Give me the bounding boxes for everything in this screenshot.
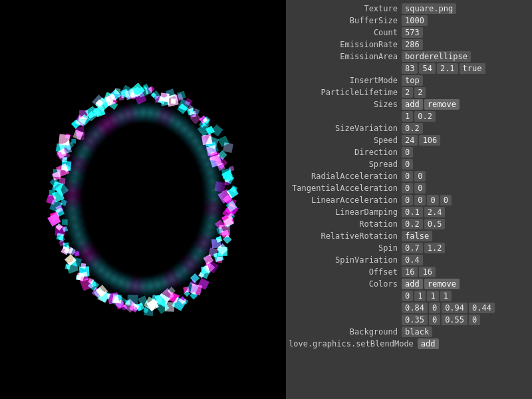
prop-values: 0.12.4: [402, 207, 445, 217]
value-box[interactable]: add: [402, 279, 423, 289]
value-box[interactable]: 2.1: [437, 63, 458, 74]
value-box[interactable]: 0.1: [402, 207, 423, 217]
prop-label: Rotation: [289, 219, 402, 229]
value-box[interactable]: 286: [402, 39, 423, 50]
value-box[interactable]: 1: [402, 111, 413, 122]
prop-values: 0111: [402, 291, 452, 301]
value-box[interactable]: 0: [402, 159, 413, 170]
value-box[interactable]: 0: [402, 147, 413, 158]
value-box[interactable]: 106: [419, 135, 440, 146]
prop-row: 0.8400.940.44: [286, 302, 532, 314]
value-box[interactable]: 0: [414, 183, 426, 194]
value-box[interactable]: 2.4: [424, 207, 446, 217]
value-box[interactable]: true: [460, 63, 485, 74]
value-box[interactable]: 0.2: [414, 111, 436, 122]
value-box[interactable]: 24: [402, 135, 418, 146]
prop-row: 0.3500.550: [286, 314, 532, 326]
value-box[interactable]: black: [402, 327, 432, 337]
value-box[interactable]: square.png: [402, 3, 456, 14]
value-box[interactable]: 0: [402, 171, 413, 182]
prop-label: Spread: [289, 159, 402, 170]
value-box[interactable]: 0.2: [402, 219, 423, 229]
prop-label: Spin: [289, 243, 402, 253]
prop-row: RelativeRotationfalse: [286, 230, 532, 242]
props-panel: Texturesquare.pngBufferSize1000Count573E…: [286, 0, 532, 399]
value-box[interactable]: 83: [402, 63, 418, 74]
prop-values: black: [402, 327, 432, 337]
value-box[interactable]: 0.84: [402, 303, 428, 313]
prop-values: addremove: [402, 279, 460, 289]
value-box[interactable]: 1.2: [424, 243, 446, 253]
value-box[interactable]: 0.5: [424, 219, 446, 229]
prop-values: 0: [402, 159, 413, 170]
value-box[interactable]: 0.7: [402, 243, 423, 253]
value-box[interactable]: 0: [402, 183, 413, 194]
value-box[interactable]: remove: [424, 279, 460, 289]
prop-values: 00: [402, 183, 426, 194]
prop-row: LinearDamping0.12.4: [286, 206, 532, 218]
value-box[interactable]: 0: [429, 303, 440, 313]
value-box[interactable]: 54: [419, 63, 435, 74]
prop-row: love.graphics.setBlendModeadd: [286, 338, 532, 350]
value-box[interactable]: 16: [419, 267, 435, 277]
value-box[interactable]: add: [418, 338, 439, 349]
value-box[interactable]: 0.55: [442, 315, 467, 325]
prop-values: top: [402, 75, 423, 86]
prop-row: Colorsaddremove: [286, 278, 532, 290]
value-box[interactable]: 1: [414, 291, 426, 301]
value-box[interactable]: 0: [469, 315, 480, 325]
value-box[interactable]: 16: [402, 267, 418, 277]
value-box[interactable]: top: [402, 75, 423, 86]
prop-row: BufferSize1000: [286, 15, 532, 27]
value-box[interactable]: 0.44: [469, 303, 495, 313]
value-box[interactable]: borderellipse: [402, 51, 471, 62]
prop-values: 286: [402, 39, 423, 50]
prop-row: 0111: [286, 290, 532, 302]
value-box[interactable]: 0.94: [442, 303, 467, 313]
value-box[interactable]: 0: [402, 195, 413, 205]
prop-values: square.png: [402, 3, 456, 14]
prop-values: 0.4: [402, 255, 423, 265]
prop-values: 10.2: [402, 111, 436, 122]
prop-label: EmissionRate: [289, 39, 402, 50]
value-box[interactable]: 0.4: [402, 255, 423, 265]
prop-label: ParticleLifetime: [289, 87, 402, 98]
value-box[interactable]: 0: [414, 171, 426, 182]
prop-values: 0.71.2: [402, 243, 445, 253]
value-box[interactable]: remove: [424, 99, 460, 110]
value-box[interactable]: 2: [414, 87, 426, 98]
prop-label: Direction: [289, 147, 402, 158]
prop-row: 10.2: [286, 110, 532, 122]
prop-label: InsertMode: [289, 75, 402, 86]
prop-label: RadialAcceleration: [289, 171, 402, 182]
value-box[interactable]: 0: [440, 195, 452, 205]
value-box[interactable]: 1: [440, 291, 452, 301]
prop-row: 83542.1true: [286, 63, 532, 74]
prop-values: 0000: [402, 195, 452, 205]
prop-values: 573: [402, 27, 423, 38]
value-box[interactable]: 0.2: [402, 123, 423, 134]
prop-label: Colors: [289, 279, 402, 289]
prop-values: false: [402, 231, 432, 241]
prop-row: Speed24106: [286, 134, 532, 146]
value-box[interactable]: 2: [402, 87, 413, 98]
prop-label: love.graphics.setBlendMode: [289, 338, 418, 349]
prop-label: LinearAcceleration: [289, 195, 402, 205]
prop-row: SpinVariation0.4: [286, 254, 532, 266]
prop-row: Spin0.71.2: [286, 242, 532, 254]
value-box[interactable]: 0.35: [402, 315, 428, 325]
prop-row: TangentialAcceleration00: [286, 182, 532, 194]
value-box[interactable]: 0: [427, 195, 438, 205]
value-box[interactable]: add: [402, 99, 423, 110]
value-box[interactable]: false: [402, 231, 432, 241]
value-box[interactable]: 1: [427, 291, 438, 301]
prop-label: Offset: [289, 267, 402, 277]
value-box[interactable]: 1000: [402, 15, 428, 26]
value-box[interactable]: 0: [429, 315, 440, 325]
prop-label: Count: [289, 27, 402, 38]
value-box[interactable]: 573: [402, 27, 423, 38]
prop-row: LinearAcceleration0000: [286, 194, 532, 206]
prop-label: SpinVariation: [289, 255, 402, 265]
value-box[interactable]: 0: [414, 195, 426, 205]
value-box[interactable]: 0: [402, 291, 413, 301]
